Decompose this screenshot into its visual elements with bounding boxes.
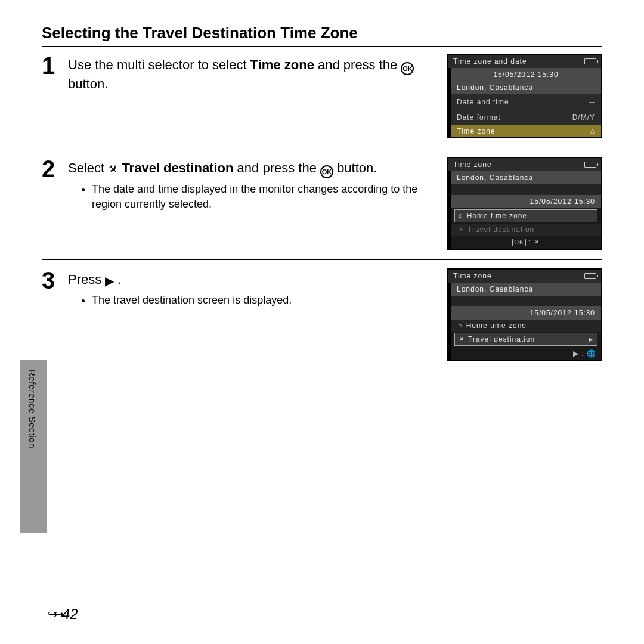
text: Press <box>68 272 105 287</box>
text: . <box>117 272 121 287</box>
step-3: 3 Press ▶ . The travel destination scree… <box>42 268 602 371</box>
lcd-datetime: 15/05/2012 15:30 <box>451 306 601 320</box>
lcd-row-label: Home time zone <box>467 212 527 220</box>
lcd-home-row: ⌂ Home time zone <box>454 209 597 222</box>
lcd-row-label: Travel destination <box>467 225 534 234</box>
home-icon: ⌂ <box>458 321 463 330</box>
text: and press the <box>318 57 401 72</box>
plane-icon: ✈ <box>457 335 467 345</box>
lcd-travel-row: ✈ Travel destination ▸ <box>454 333 597 346</box>
page-title: Selecting the Travel Destination Time Zo… <box>42 24 602 47</box>
colon: : <box>581 349 587 358</box>
side-label: Reference Section <box>27 370 38 448</box>
lcd-region: London, Casablanca <box>451 81 601 94</box>
lcd-home-row: ⌂ Home time zone <box>451 320 601 332</box>
battery-icon <box>584 58 596 64</box>
lcd-header: Time zone <box>453 160 492 169</box>
lcd-travel-row: ✈ Travel destination <box>451 224 601 236</box>
lcd-row-label: Home time zone <box>466 321 527 330</box>
battery-icon <box>584 273 596 279</box>
lcd-row-label: Travel destination <box>468 335 535 343</box>
plane-icon: ✈ <box>456 225 466 235</box>
lcd-row-value: D/M/Y <box>572 113 595 122</box>
battery-icon <box>584 162 596 168</box>
step-1-instruction: Use the multi selector to select Time zo… <box>68 56 433 93</box>
right-triangle-icon: ▶ <box>573 349 579 358</box>
step-number: 3 <box>42 268 60 292</box>
text: button. <box>68 76 108 91</box>
page-number: ↪↪ 42 <box>48 606 78 623</box>
step-3-instruction: Press ▶ . <box>68 271 433 289</box>
lcd-datetime: 15/05/2012 15:30 <box>451 195 601 208</box>
page-number-value: 42 <box>62 606 78 623</box>
step-1: 1 Use the multi selector to select Time … <box>42 54 602 148</box>
lcd-datetime: 15/05/2012 15:30 <box>451 68 601 81</box>
text: Select <box>68 160 108 175</box>
lcd-header: Time zone <box>453 272 492 280</box>
lcd-screenshot-3: Time zone London, Casablanca 15/05/2012 … <box>447 268 602 361</box>
step-2-bullet: The date and time displayed in the monit… <box>92 182 433 211</box>
lcd-footer: OK : ✈ <box>451 236 601 249</box>
globe-icon: 🌐 <box>587 349 596 358</box>
step-2: 2 Select ✈ Travel destination and press … <box>42 157 602 260</box>
lcd-region: London, Casablanca <box>451 171 601 184</box>
bold-travel-destination: Travel destination <box>122 160 233 175</box>
step-3-bullet: The travel destination screen is display… <box>92 293 433 307</box>
step-number: 1 <box>42 54 60 78</box>
lcd-screenshot-1: Time zone and date 15/05/2012 15:30 Lond… <box>447 54 602 138</box>
text: Use the multi selector to select <box>68 57 250 72</box>
lcd-screenshot-2: Time zone London, Casablanca 15/05/2012 … <box>447 157 602 250</box>
text: button. <box>337 160 377 175</box>
step-number: 2 <box>42 157 60 181</box>
bold-time-zone: Time zone <box>250 57 314 72</box>
lcd-region: London, Casablanca <box>451 283 601 296</box>
step-2-instruction: Select ✈ Travel destination and press th… <box>68 159 433 178</box>
lcd-row-label: Time zone <box>457 127 496 135</box>
ok-mini-icon: OK <box>512 239 525 246</box>
lcd-row-label: Date format <box>457 113 501 122</box>
lcd-row-value: -- <box>589 98 595 106</box>
home-icon: ⌂ <box>590 127 595 135</box>
chevron-right-icon: ▸ <box>589 335 593 343</box>
lcd-footer: ▶ : 🌐 <box>451 347 601 360</box>
home-icon: ⌂ <box>459 212 463 220</box>
page-symbol-icon: ↪↪ <box>48 607 61 621</box>
lcd-row-label: Date and time <box>457 98 509 106</box>
ok-icon: OK <box>320 165 333 178</box>
text: and press the <box>237 160 320 175</box>
lcd-header: Time zone and date <box>453 57 527 66</box>
ok-icon: OK <box>401 62 414 75</box>
right-triangle-icon: ▶ <box>105 273 114 289</box>
